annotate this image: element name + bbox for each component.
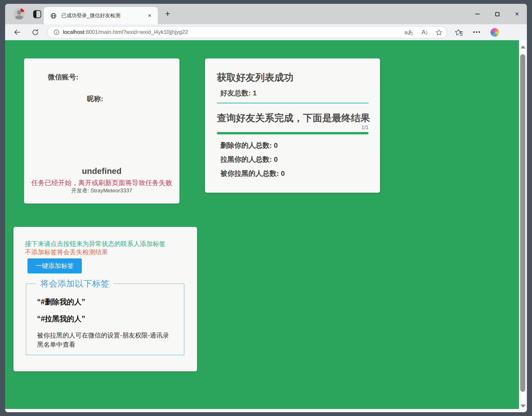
tag-hint-line1: 接下来请点击按钮来为异常状态的联系人添加标签 [25, 240, 165, 248]
add-tags-button[interactable]: 一键添加标签 [27, 258, 82, 273]
read-aloud-icon[interactable]: A) [422, 29, 427, 36]
nickname-label: 昵称: [87, 94, 103, 104]
tag-card: 接下来请点击按钮来为异常状态的联系人添加标签 不添加标签将会丢失检测结果 一键添… [13, 227, 197, 371]
tab-strip: 已成功登录_微信好友检测 × + × [5, 4, 527, 24]
back-arrow-icon [13, 28, 21, 36]
avatar-shoulders [15, 15, 23, 19]
fetch-success-title: 获取好友列表成功 [217, 71, 293, 84]
info-icon[interactable] [53, 29, 60, 35]
refresh-button[interactable] [29, 26, 42, 39]
teal-divider [217, 103, 369, 103]
scrollbar-thumb[interactable] [520, 54, 525, 392]
tag-list-body: “#删除我的人” “#拉黑我的人” 被你拉黑的人可在微信的设置-朋友权限-通讯录… [26, 289, 184, 349]
tag-list-fieldset: 将会添加以下标签 “#删除我的人” “#拉黑我的人” 被你拉黑的人可在微信的设置… [26, 278, 184, 355]
read-aloud-letter: A [422, 29, 426, 36]
tag-blocked: “#拉黑我的人” [37, 314, 184, 324]
tab-close-icon[interactable]: × [147, 12, 153, 19]
tag-deleted: “#删除我的人” [37, 297, 184, 307]
scroll-down-arrow-icon[interactable] [521, 405, 526, 408]
tag-list-legend: 将会添加以下标签 [36, 278, 114, 289]
refresh-icon [32, 29, 39, 36]
task-warning-text: 任务已经开始，离开或刷新页面将导致任务失败 [24, 178, 179, 187]
minimize-icon [475, 14, 480, 14]
window-controls: × [467, 4, 527, 24]
translate-icon[interactable]: aあ [405, 29, 413, 36]
active-tab[interactable]: 已成功登录_微信好友检测 × [44, 7, 158, 24]
url-path: :8001/main.html?wxid=wxid_i4yk10jjhjyg22 [84, 29, 188, 35]
blacklist-note: 被你拉黑的人可在微信的设置-朋友权限-通讯录黑名单中查看 [37, 331, 175, 349]
tag-hint-line2: 不添加标签将会丢失检测结果 [25, 248, 108, 256]
close-button[interactable]: × [507, 4, 527, 24]
url-text[interactable]: localhost:8001/main.html?wxid=wxid_i4yk1… [63, 29, 396, 35]
query-complete-title: 查询好友关系完成，下面是最终结果 [217, 112, 370, 125]
you-blocked-count-text: 被你拉黑的人总数: 0 [220, 169, 285, 178]
favorites-hub-lines [460, 32, 463, 36]
account-card: 微信账号: 昵称: undefined 任务已经开始，离开或刷新页面将导致任务失… [24, 58, 179, 204]
notification-dot-icon [20, 8, 25, 12]
copilot-icon[interactable] [490, 28, 499, 37]
url-bar[interactable]: localhost:8001/main.html?wxid=wxid_i4yk1… [47, 26, 447, 38]
browser-window: 已成功登录_微信好友检测 × + × localhost:8001/main.h… [5, 4, 527, 412]
read-aloud-arc: ) [426, 30, 427, 35]
result-card: 获取好友列表成功 好友总数: 1 查询好友关系完成，下面是最终结果 1/1 删除… [205, 58, 380, 193]
page-background: 微信账号: 昵称: undefined 任务已经开始，离开或刷新页面将导致任务失… [5, 40, 519, 409]
blocked-you-count-text: 拉黑你的人总数: 0 [220, 155, 278, 164]
more-menu-icon[interactable]: ••• [473, 29, 481, 36]
friend-total-text: 好友总数: 1 [220, 88, 257, 98]
profile-avatar[interactable] [13, 8, 25, 19]
progress-bar [217, 132, 369, 134]
browser-toolbar: localhost:8001/main.html?wxid=wxid_i4yk1… [5, 24, 527, 40]
minimize-button[interactable] [467, 4, 487, 24]
favorites-hub-icon[interactable] [455, 29, 462, 36]
page-content: 微信账号: 昵称: undefined 任务已经开始，离开或刷新页面将导致任务失… [5, 40, 527, 412]
wechat-account-label: 微信账号: [48, 72, 78, 82]
scroll-up-arrow-icon[interactable] [521, 45, 526, 48]
maximize-icon [495, 12, 499, 16]
maximize-button[interactable] [487, 4, 507, 24]
developer-credit: 开发者: StrayMeteor3337 [24, 187, 179, 194]
back-button[interactable] [11, 26, 24, 39]
favorite-star-icon[interactable] [436, 29, 442, 36]
progress-count: 1/1 [217, 125, 369, 130]
new-tab-button[interactable]: + [162, 8, 173, 19]
status-value: undefined [24, 166, 179, 176]
deleted-count-text: 删除你的人总数: 0 [220, 141, 278, 150]
url-host: localhost [63, 29, 84, 35]
tab-title: 已成功登录_微信好友检测 [61, 12, 147, 19]
vertical-scrollbar[interactable] [519, 40, 527, 412]
globe-icon [50, 12, 57, 19]
tab-actions-icon[interactable] [33, 10, 41, 18]
